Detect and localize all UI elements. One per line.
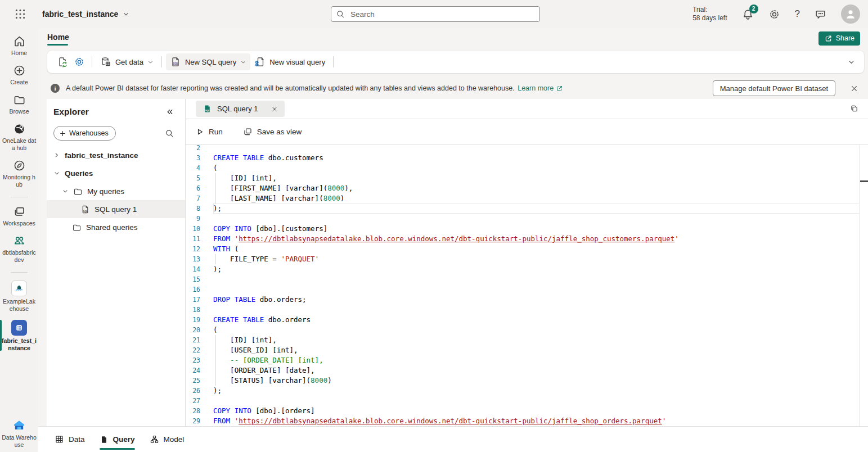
toolbar-divider — [92, 56, 92, 67]
code-text: FILE_TYPE = 'PARQUET' — [213, 254, 319, 264]
tree-item-shared-queries[interactable]: Shared queries — [47, 218, 185, 236]
rail-divider — [11, 272, 28, 273]
run-button[interactable]: Run — [196, 128, 223, 136]
code-text: [ID] [int], — [213, 173, 277, 183]
search-input[interactable] — [349, 10, 535, 19]
close-tab-button[interactable] — [271, 106, 278, 112]
tree-item-sql-query-1[interactable]: SQL SQL query 1 — [47, 200, 185, 218]
code-line[interactable]: 6 [FIRST_NAME] [varchar](8000), — [186, 183, 868, 193]
get-data-button[interactable]: Get data — [96, 53, 158, 70]
nav-monitoring-hub[interactable]: Monitoring hub — [0, 159, 38, 188]
code-line[interactable]: 19CREATE TABLE dbo.orders — [186, 315, 868, 325]
learn-more-link[interactable]: Learn more — [518, 84, 563, 92]
code-line[interactable]: 4( — [186, 163, 868, 173]
code-line[interactable]: 13 FILE_TYPE = 'PARQUET' — [186, 254, 868, 264]
help-button[interactable]: ? — [795, 8, 800, 20]
tab-home[interactable]: Home — [47, 33, 69, 44]
code-text: [USER_ID] [int], — [213, 345, 298, 355]
code-text: COPY INTO [dbo].[customers] — [213, 224, 327, 234]
nav-data-warehouse[interactable]: Data Warehouse — [0, 418, 38, 449]
collapse-explorer-button[interactable] — [166, 108, 174, 116]
view-tab-data[interactable]: Data — [55, 427, 85, 452]
code-line[interactable]: 2 — [186, 145, 868, 153]
code-line[interactable]: 5 [ID] [int], — [186, 173, 868, 183]
code-line[interactable]: 11FROM 'https://dbtlabsynapsedatalake.bl… — [186, 234, 868, 244]
close-icon — [851, 85, 858, 92]
new-visual-query-button[interactable]: New visual query — [250, 53, 329, 70]
code-line[interactable]: 14); — [186, 264, 868, 274]
code-text: [ID] [int], — [213, 335, 277, 345]
code-line[interactable]: 29FROM 'https://dbtlabsynapsedatalake.bl… — [186, 416, 868, 426]
code-line[interactable]: 28COPY INTO [dbo].[orders] — [186, 406, 868, 416]
code-line[interactable]: 24 [ORDER_DATE] [date], — [186, 365, 868, 376]
code-line[interactable]: 16 — [186, 284, 868, 295]
code-line[interactable]: 26); — [186, 386, 868, 396]
editor-scrollbar[interactable] — [859, 145, 860, 426]
line-number: 16 — [186, 284, 200, 295]
banner-close-button[interactable] — [849, 84, 859, 93]
warehouse-settings-button[interactable] — [71, 53, 88, 70]
code-text: WITH ( — [213, 244, 239, 254]
explorer-search-button[interactable] — [165, 129, 174, 138]
line-number: 5 — [186, 173, 200, 183]
data-warehouse-icon — [12, 418, 26, 432]
sql-editor[interactable]: 23CREATE TABLE dbo.customers4(5 [ID] [in… — [186, 145, 868, 426]
nav-create[interactable]: Create — [0, 64, 38, 86]
code-line[interactable]: 18 — [186, 305, 868, 315]
sql-file-icon: SQL — [203, 104, 212, 114]
code-line[interactable]: 8); — [186, 204, 868, 214]
view-tab-model[interactable]: Model — [150, 427, 185, 452]
code-line[interactable]: 22 [USER_ID] [int], — [186, 345, 868, 355]
app-launcher-icon[interactable] — [14, 8, 26, 20]
query-editor-pane: SQL SQL query 1 Run Save as view — [186, 99, 868, 426]
settings-button[interactable] — [768, 8, 780, 20]
code-line[interactable]: 23 -- [ORDER_DATE] [int], — [186, 355, 868, 365]
view-tab-query[interactable]: Query — [100, 427, 135, 452]
nav-home[interactable]: Home — [0, 35, 38, 57]
copy-button[interactable] — [849, 104, 859, 114]
ribbon-collapse-button[interactable] — [845, 56, 857, 68]
code-line[interactable]: 15 — [186, 274, 868, 284]
tree-item-my-queries[interactable]: My queries — [47, 182, 185, 200]
line-number: 17 — [186, 295, 200, 305]
query-tab-sql-query-1[interactable]: SQL SQL query 1 — [196, 101, 285, 117]
save-as-view-button[interactable]: Save as view — [243, 127, 302, 137]
user-avatar[interactable] — [841, 4, 860, 24]
code-line[interactable]: 20( — [186, 325, 868, 335]
nav-workspace-dbtlabsfabricdev[interactable]: dbtlabsfabricdev — [0, 234, 38, 264]
code-line[interactable]: 17DROP TABLE dbo.orders; — [186, 295, 868, 305]
add-warehouses-button[interactable]: Warehouses — [53, 126, 116, 141]
document-refresh-icon — [57, 56, 68, 67]
code-line[interactable]: 27 — [186, 396, 868, 406]
nav-onelake-data-hub[interactable]: OneLake data hub — [0, 123, 38, 152]
code-line[interactable]: 3CREATE TABLE dbo.customers — [186, 153, 868, 163]
global-search[interactable] — [331, 6, 540, 22]
code-text: -- [ORDER_DATE] [int], — [213, 355, 323, 365]
workspace-switcher[interactable]: fabric_test_instance — [42, 10, 129, 19]
save-as-view-icon — [243, 127, 253, 137]
share-button[interactable]: Share — [818, 31, 860, 46]
code-line[interactable]: 7 [LAST_NAME] [varchar](8000) — [186, 193, 868, 204]
line-number: 6 — [186, 183, 200, 193]
nav-item-fabric-test-instance[interactable]: fabric_test_instance — [0, 320, 38, 352]
code-line[interactable]: 9 — [186, 214, 868, 224]
nav-workspaces[interactable]: Workspaces — [0, 205, 38, 227]
notifications-button[interactable]: 2 — [742, 8, 754, 20]
code-line[interactable]: 12WITH ( — [186, 244, 868, 254]
code-text: COPY INTO [dbo].[orders] — [213, 406, 315, 416]
left-nav-rail: Home Create Browse OneLake data hub Moni… — [0, 28, 38, 452]
new-sql-query-button[interactable]: SQL New SQL query — [166, 53, 250, 70]
plus-icon — [59, 130, 66, 137]
tree-item-warehouse-root[interactable]: fabric_test_instance — [47, 146, 185, 164]
manage-dataset-button[interactable]: Manage default Power BI dataset — [713, 80, 835, 96]
refresh-dataset-button[interactable] — [54, 53, 71, 70]
tree-item-queries[interactable]: Queries — [47, 164, 185, 182]
line-number: 28 — [186, 406, 200, 416]
code-line[interactable]: 10COPY INTO [dbo].[customers] — [186, 224, 868, 234]
code-line[interactable]: 25 [STATUS] [varchar](8000) — [186, 376, 868, 386]
feedback-button[interactable] — [815, 8, 826, 20]
external-link-icon — [556, 85, 563, 92]
code-line[interactable]: 21 [ID] [int], — [186, 335, 868, 345]
nav-item-examplelakehouse[interactable]: ExampleLakehouse — [0, 281, 38, 313]
nav-browse[interactable]: Browse — [0, 93, 38, 115]
